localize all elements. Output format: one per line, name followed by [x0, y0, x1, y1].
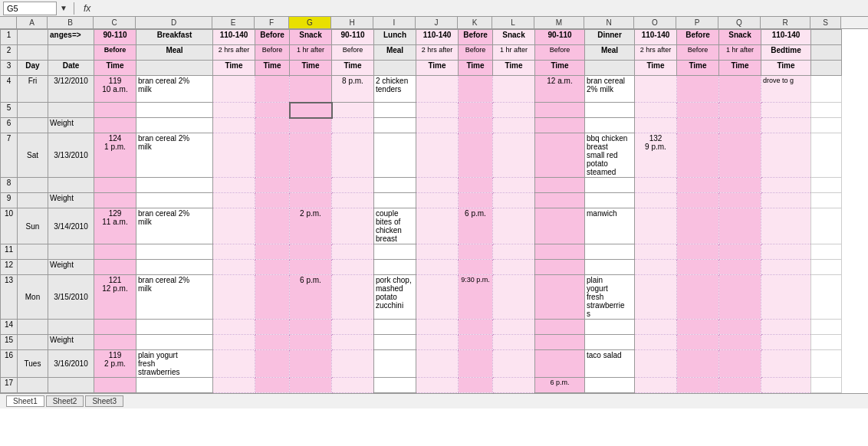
cell-2P[interactable]: Before	[677, 45, 719, 61]
cell-10O[interactable]	[635, 208, 677, 244]
cell-13R[interactable]	[761, 275, 811, 320]
cell-13B[interactable]: 3/15/2010	[48, 275, 94, 320]
cell-6K[interactable]	[459, 118, 493, 133]
cell-1O[interactable]: 110-140	[635, 30, 677, 45]
cell-2E[interactable]: 2 hrs after	[213, 45, 255, 61]
cell-15B[interactable]: Weight	[48, 335, 94, 350]
cell-14B[interactable]	[48, 320, 94, 335]
cell-17L[interactable]	[493, 378, 535, 393]
cell-2D[interactable]: Meal	[136, 45, 213, 61]
cell-16L[interactable]	[493, 350, 535, 378]
cell-4K[interactable]	[459, 76, 493, 103]
cell-7C[interactable]: 1241 p.m.	[94, 133, 136, 178]
cell-15F[interactable]	[255, 335, 290, 350]
cell-4Q[interactable]	[719, 76, 761, 103]
cell-10F[interactable]	[255, 208, 290, 244]
cell-4E[interactable]	[213, 76, 255, 103]
cell-11O[interactable]	[635, 244, 677, 260]
cell-11H[interactable]	[332, 244, 374, 260]
cell-11N[interactable]	[585, 244, 635, 260]
cell-3D[interactable]	[136, 61, 213, 76]
cell-2O[interactable]: 2 hrs after	[635, 45, 677, 61]
cell-15I[interactable]	[374, 335, 416, 350]
cell-10B[interactable]: 3/14/2010	[48, 208, 94, 244]
col-header-I[interactable]: I	[373, 17, 416, 28]
cell-11A[interactable]	[18, 244, 48, 260]
cell-8H[interactable]	[332, 178, 374, 193]
cell-10E[interactable]	[213, 208, 255, 244]
cell-6G[interactable]	[290, 118, 332, 133]
cell-6J[interactable]	[416, 118, 459, 133]
cell-12F[interactable]	[255, 260, 290, 275]
cell-3A[interactable]: Day	[18, 61, 48, 76]
cell-13A[interactable]: Mon	[18, 275, 48, 320]
cell-2I[interactable]: Meal	[374, 45, 416, 61]
cell-9L[interactable]	[493, 193, 535, 208]
cell-5G-selected[interactable]	[290, 103, 332, 118]
cell-1E[interactable]: 110-140	[213, 30, 255, 45]
cell-7L[interactable]	[493, 133, 535, 178]
cell-5S[interactable]	[811, 103, 842, 118]
cell-7N[interactable]: bbq chickenbreastsmall redpotatosteamed	[585, 133, 635, 178]
cell-16R[interactable]	[761, 350, 811, 378]
cell-7F[interactable]	[255, 133, 290, 178]
cell-17S[interactable]	[811, 378, 842, 393]
cell-6M[interactable]	[535, 118, 585, 133]
cell-10R[interactable]	[761, 208, 811, 244]
cell-4L[interactable]	[493, 76, 535, 103]
cell-2G[interactable]: 1 hr after	[290, 45, 332, 61]
cell-17F[interactable]	[255, 378, 290, 393]
cell-4O[interactable]	[635, 76, 677, 103]
cell-10C[interactable]: 12911 a.m.	[94, 208, 136, 244]
cell-17B[interactable]	[48, 378, 94, 393]
cell-1P[interactable]: Before	[677, 30, 719, 45]
cell-13L[interactable]	[493, 275, 535, 320]
cell-4M[interactable]: 12 a.m.	[535, 76, 585, 103]
cell-16S[interactable]	[811, 350, 842, 378]
col-header-O[interactable]: O	[634, 17, 676, 28]
cell-17Q[interactable]	[719, 378, 761, 393]
cell-1H[interactable]: 90-110	[332, 30, 374, 45]
col-header-P[interactable]: P	[676, 17, 718, 28]
cell-13I[interactable]: pork chop,mashedpotatozucchini	[374, 275, 416, 320]
cell-1I[interactable]: Lunch	[374, 30, 416, 45]
cell-8J[interactable]	[416, 178, 459, 193]
cell-16I[interactable]	[374, 350, 416, 378]
cell-10M[interactable]	[535, 208, 585, 244]
cell-16F[interactable]	[255, 350, 290, 378]
col-header-M[interactable]: M	[534, 17, 584, 28]
cell-17J[interactable]	[416, 378, 459, 393]
cell-12C[interactable]	[94, 260, 136, 275]
cell-9Q[interactable]	[719, 193, 761, 208]
cell-1C[interactable]: 90-110	[94, 30, 136, 45]
cell-2N[interactable]: Meal	[585, 45, 635, 61]
cell-16K[interactable]	[459, 350, 493, 378]
cell-3K[interactable]: Time	[459, 61, 493, 76]
cell-5N[interactable]	[585, 103, 635, 118]
cell-15N[interactable]	[585, 335, 635, 350]
cell-12A[interactable]	[18, 260, 48, 275]
cell-7A[interactable]: Sat	[18, 133, 48, 178]
cell-7P[interactable]	[677, 133, 719, 178]
cell-11Q[interactable]	[719, 244, 761, 260]
cell-11C[interactable]	[94, 244, 136, 260]
cell-10H[interactable]	[332, 208, 374, 244]
cell-7I[interactable]	[374, 133, 416, 178]
cell-11K[interactable]	[459, 244, 493, 260]
cell-4F[interactable]	[255, 76, 290, 103]
cell-11D[interactable]	[136, 244, 213, 260]
cell-6O[interactable]	[635, 118, 677, 133]
cell-12S[interactable]	[811, 260, 842, 275]
cell-13P[interactable]	[677, 275, 719, 320]
cell-16C[interactable]: 1192 p.m.	[94, 350, 136, 378]
cell-1B[interactable]: anges=>	[48, 30, 94, 45]
cell-9O[interactable]	[635, 193, 677, 208]
cell-reference-box[interactable]	[3, 2, 57, 15]
cell-6E[interactable]	[213, 118, 255, 133]
cell-17N[interactable]	[585, 378, 635, 393]
cell-13M[interactable]	[535, 275, 585, 320]
cell-5E[interactable]	[213, 103, 255, 118]
cell-7G[interactable]	[290, 133, 332, 178]
cell-6B[interactable]: Weight	[48, 118, 94, 133]
cell-16O[interactable]	[635, 350, 677, 378]
